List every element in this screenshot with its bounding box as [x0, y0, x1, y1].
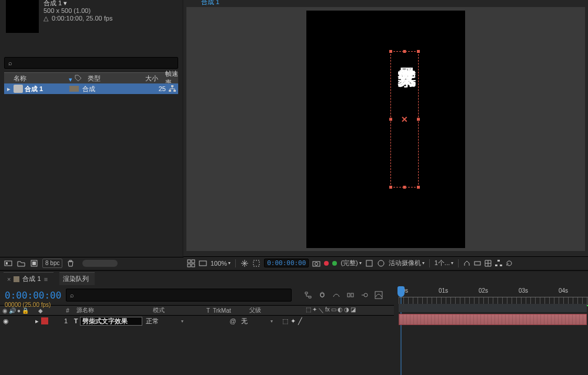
color-depth-button[interactable]: 8 bpc	[42, 259, 62, 268]
dropdown-caret-icon[interactable]: ▾	[64, 0, 67, 6]
layer-duration-bar[interactable]	[399, 314, 587, 325]
grid-icon[interactable]	[187, 259, 195, 267]
col-source[interactable]: 源名称	[75, 306, 152, 314]
timeline-search-input[interactable]: ⌕	[66, 289, 292, 302]
text-layer-bounding-box[interactable]: ✕ 劈柴式文字效果	[390, 51, 419, 188]
trash-icon[interactable]	[66, 259, 75, 268]
timeline-layer-row[interactable]: ◉ ▸ 1 T 正常 ▾ @ 无 ▾ ⬚ ✦ ╱	[0, 316, 394, 326]
svg-rect-18	[497, 260, 500, 262]
svg-rect-17	[475, 262, 480, 265]
comp-background	[306, 11, 465, 248]
adjustment-icon: ◑	[344, 306, 349, 314]
channel-green-icon[interactable]	[332, 261, 337, 266]
current-timecode[interactable]: 0:00:00:00	[5, 290, 64, 301]
handle-tr[interactable]	[417, 50, 420, 53]
col-name[interactable]: 名称 ▾	[4, 74, 75, 83]
timeline-icon[interactable]	[495, 260, 502, 267]
pixel-aspect-icon[interactable]	[474, 260, 481, 267]
close-icon[interactable]: ×	[7, 276, 11, 283]
work-area-bar[interactable]	[399, 304, 587, 312]
col-label-icon[interactable]	[75, 75, 84, 82]
timeline-tab-comp[interactable]: × 合成 1 ≡	[4, 272, 54, 285]
caret-down-icon[interactable]: ▾	[270, 319, 279, 324]
toggle-alpha-icon[interactable]	[199, 259, 207, 267]
timeline-ruler[interactable]: 00s 01s 02s 03s 04s	[399, 286, 588, 304]
camera-dropdown[interactable]: 活动摄像机 ▾	[389, 259, 425, 267]
separator	[429, 259, 430, 267]
handle-bl[interactable]	[389, 186, 392, 189]
timeline-tab-render-queue[interactable]: 渲染队列	[59, 272, 95, 285]
share-icon[interactable]	[463, 260, 470, 267]
roi-icon[interactable]	[252, 259, 260, 267]
layer-label-swatch[interactable]	[41, 317, 48, 324]
handle-bm[interactable]	[403, 186, 406, 189]
resolution-icon[interactable]	[240, 259, 249, 267]
quality-toggle[interactable]: ╱	[298, 317, 302, 325]
project-item-label-swatch[interactable]	[69, 86, 79, 92]
tab-swatch	[14, 276, 19, 282]
fast-preview-icon[interactable]	[485, 260, 492, 267]
tab-menu-icon[interactable]: ≡	[44, 276, 48, 283]
transparency-grid-icon[interactable]	[365, 259, 373, 267]
col-t[interactable]: T	[203, 307, 213, 314]
timecode-block[interactable]: 0:00:00:00 00000 (25.00 fps)	[0, 290, 64, 301]
video-toggle-icon[interactable]: ◉	[2, 317, 9, 325]
shy-toggle[interactable]: ⬚	[282, 317, 288, 325]
handle-mr[interactable]	[417, 118, 420, 121]
resolution-dropdown[interactable]: (完整) ▾	[340, 259, 361, 267]
new-comp-icon[interactable]	[29, 259, 39, 268]
layer-parent[interactable]: 无	[239, 317, 270, 326]
timeline-tabs: × 合成 1 ≡ 渲染队列	[0, 271, 588, 285]
col-type[interactable]: 类型	[84, 74, 135, 83]
flowchart-icon[interactable]	[169, 85, 176, 92]
video-switch-icon: ◉	[2, 307, 8, 314]
channel-red-icon[interactable]	[324, 261, 329, 266]
handle-tl[interactable]	[389, 50, 392, 53]
layer-name-input[interactable]	[80, 317, 142, 326]
col-trkmat[interactable]: TrkMat	[213, 307, 247, 314]
project-search-input[interactable]: ⌕	[4, 57, 178, 69]
col-mode[interactable]: 模式	[152, 306, 203, 314]
interpret-footage-icon[interactable]	[4, 259, 13, 268]
svg-rect-22	[348, 293, 350, 297]
draft-3d-icon[interactable]	[318, 290, 327, 300]
current-frame: 00000 (25.00 fps)	[5, 302, 51, 308]
collapse-toggle[interactable]: ✦	[290, 317, 296, 325]
zoom-dropdown[interactable]: 100% ▾	[211, 260, 230, 267]
graph-editor-icon[interactable]	[374, 290, 383, 300]
refresh-icon[interactable]	[506, 260, 513, 267]
col-size[interactable]: 大小	[135, 74, 162, 83]
parent-pickwhip-icon[interactable]: @	[227, 317, 239, 324]
col-parent[interactable]: 父级	[247, 306, 302, 314]
composition-preview[interactable]: ✕ 劈柴式文字效果	[306, 11, 465, 248]
project-item-row[interactable]: ▸ 合成 1 合成 25	[4, 83, 178, 94]
new-folder-icon[interactable]	[16, 259, 26, 268]
mask-icon[interactable]	[377, 259, 385, 267]
col-index[interactable]: #	[60, 307, 75, 314]
motion-blur-icon[interactable]	[360, 290, 369, 300]
layer-mode[interactable]: 正常	[142, 317, 181, 326]
expand-layer-icon[interactable]: ▸	[35, 317, 39, 325]
resolution-value: (完整)	[340, 259, 358, 267]
sort-caret-icon[interactable]: ▾	[69, 76, 72, 83]
hide-shy-icon[interactable]	[332, 290, 341, 300]
footer-slider[interactable]	[82, 260, 118, 267]
expand-icon[interactable]: ▸	[4, 85, 14, 93]
caret-down-icon: ▾	[359, 260, 362, 266]
comp-thumbnail[interactable]	[6, 0, 39, 33]
anchor-point-icon[interactable]: ✕	[400, 115, 409, 123]
tab-label: 合成 1	[22, 274, 41, 283]
svg-rect-0	[171, 85, 173, 87]
preview-area[interactable]: ✕ 劈柴式文字效果	[186, 7, 585, 251]
handle-br[interactable]	[417, 186, 420, 189]
frame-blend-icon[interactable]	[346, 290, 355, 300]
caret-down-icon[interactable]: ▾	[181, 319, 189, 324]
handle-tm[interactable]	[403, 50, 406, 53]
preview-timecode[interactable]: 0:00:00:00	[264, 259, 309, 267]
playhead[interactable]	[397, 286, 405, 297]
switches-header-2: ⬚ ✦ ＼ fx ▭ ◐ ◑ ◪	[302, 306, 394, 314]
handle-ml[interactable]	[389, 118, 392, 121]
comp-mini-flowchart-icon[interactable]	[303, 290, 313, 300]
snapshot-icon[interactable]	[312, 259, 320, 267]
views-dropdown[interactable]: 1个... ▾	[435, 259, 453, 267]
